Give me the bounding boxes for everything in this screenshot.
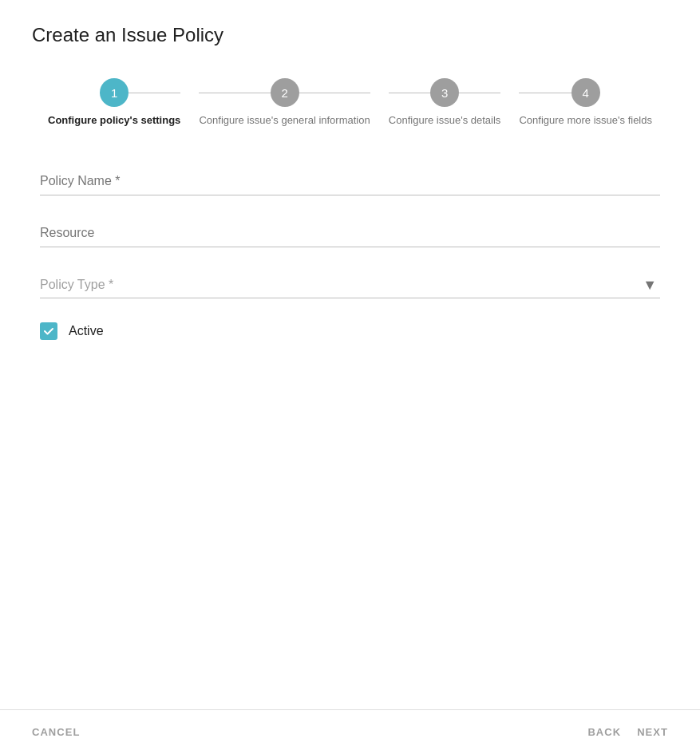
step-circle-4: 4: [571, 78, 600, 107]
step-3: 3 Configure issue's details: [389, 78, 501, 128]
active-row: Active: [40, 322, 660, 340]
footer-right: BACK NEXT: [587, 726, 668, 738]
next-button[interactable]: NEXT: [637, 726, 668, 738]
step-circle-1: 1: [100, 78, 129, 107]
step-4: 4 Configure more issue's fields: [519, 78, 652, 128]
page-container: Create an Issue Policy 1 Configure polic…: [0, 0, 700, 754]
step-2: 2 Configure issue's general information: [199, 78, 370, 128]
active-label: Active: [69, 324, 104, 338]
step-1: 1 Configure policy's settings: [48, 78, 180, 128]
policy-type-select[interactable]: [40, 271, 660, 298]
page-title: Create an Issue Policy: [32, 24, 668, 46]
cancel-button[interactable]: CANCEL: [32, 726, 80, 738]
step-circle-2: 2: [271, 78, 299, 107]
form-section: ▼ Policy Type * Active: [32, 168, 668, 340]
resource-input[interactable]: [40, 219, 660, 247]
step-label-4: Configure more issue's fields: [519, 113, 652, 128]
back-button[interactable]: BACK: [587, 726, 621, 738]
stepper: 1 Configure policy's settings 2 Configur…: [32, 78, 668, 128]
step-label-3: Configure issue's details: [389, 113, 501, 128]
resource-field: [40, 219, 660, 247]
policy-name-field: [40, 168, 660, 195]
footer: CANCEL BACK NEXT: [0, 709, 700, 754]
step-circle-3: 3: [430, 78, 459, 107]
policy-name-input[interactable]: [40, 168, 660, 195]
policy-type-field: ▼ Policy Type *: [40, 271, 660, 298]
checkmark-icon: [43, 326, 54, 337]
step-label-2: Configure issue's general information: [199, 113, 370, 128]
content-area: Create an Issue Policy 1 Configure polic…: [0, 0, 700, 709]
active-checkbox[interactable]: [40, 322, 57, 340]
step-label-1: Configure policy's settings: [48, 113, 180, 128]
